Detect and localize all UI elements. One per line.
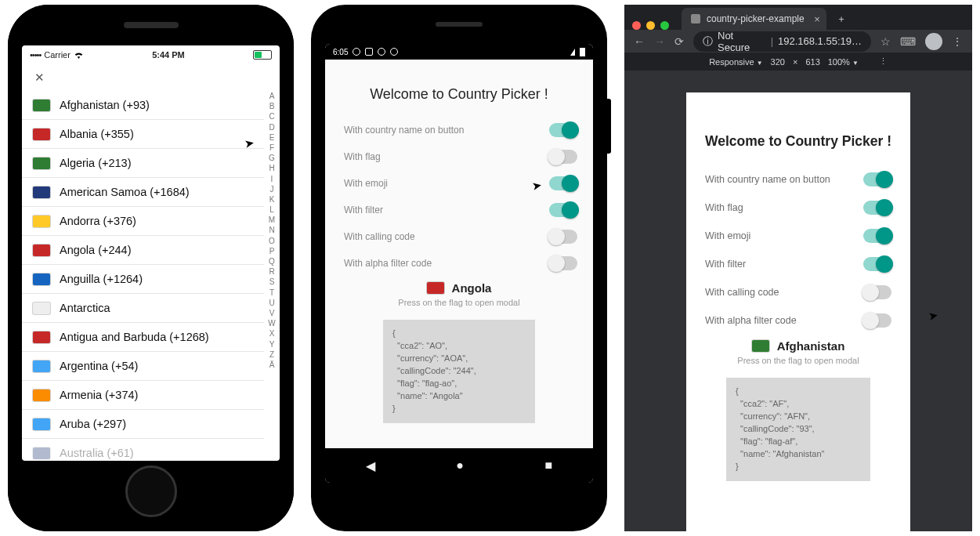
status-icon [378, 48, 385, 56]
android-device-frame: ➤ 6:05 Welcome to Country Picker ! With … [311, 5, 607, 531]
toggle-switch[interactable] [863, 172, 891, 187]
country-row[interactable]: Anguilla (+1264) [22, 265, 264, 294]
alpha-letter[interactable]: Q [269, 258, 275, 266]
alpha-letter[interactable]: P [269, 248, 275, 255]
alpha-letter[interactable]: I [271, 176, 273, 183]
country-row[interactable]: Antigua and Barbuda (+1268) [22, 323, 264, 352]
signal-icon [570, 49, 575, 56]
alpha-letter[interactable]: M [269, 216, 275, 224]
country-picker-button[interactable]: Angola [427, 281, 492, 295]
address-bar[interactable]: ⓘ Not Secure | 192.168.1.55:19… [693, 31, 871, 52]
reload-icon[interactable]: ⟳ [674, 35, 684, 48]
toggle-switch[interactable] [863, 229, 891, 243]
option-label: With flag [344, 151, 381, 162]
close-tab-icon[interactable]: × [814, 13, 820, 25]
new-tab-button[interactable]: ＋ [831, 8, 852, 30]
alpha-scroll-index[interactable]: ABCDEFGHIJKLMNOPQRSTUVWXYZÄ [264, 91, 280, 461]
alpha-letter[interactable]: F [269, 144, 274, 152]
alpha-letter[interactable]: X [269, 330, 275, 338]
alpha-letter[interactable]: V [269, 310, 275, 317]
alpha-letter[interactable]: G [269, 154, 275, 162]
alpha-letter[interactable]: Ä [269, 361, 275, 369]
alpha-letter[interactable]: J [270, 186, 274, 194]
option-row: With calling code [342, 223, 579, 250]
toggle-switch[interactable] [549, 123, 577, 137]
alpha-letter[interactable]: Z [269, 351, 274, 359]
country-row[interactable]: Aruba (+297) [22, 410, 264, 439]
toggle-switch[interactable] [549, 176, 577, 190]
toggle-switch[interactable] [549, 230, 577, 244]
clock-label: 5:44 PM [152, 50, 185, 60]
alpha-letter[interactable]: K [269, 196, 275, 204]
toggle-switch[interactable] [863, 257, 891, 271]
status-icon [353, 48, 360, 56]
android-screen: 6:05 Welcome to Country Picker ! With co… [325, 44, 593, 483]
zoom-select[interactable]: 100% ▼ [828, 57, 859, 67]
device-mode-select[interactable]: Responsive ▼ [709, 57, 762, 67]
country-row[interactable]: Australia (+61) [22, 439, 264, 461]
country-row[interactable]: Afghanistan (+93) [22, 91, 264, 120]
info-icon: ⓘ [703, 34, 713, 49]
window-controls[interactable] [632, 21, 669, 30]
option-label: With alpha filter code [705, 315, 797, 326]
profile-avatar[interactable] [925, 33, 942, 50]
alpha-letter[interactable]: E [269, 134, 275, 142]
alpha-letter[interactable]: N [269, 226, 274, 234]
home-button[interactable]: ● [456, 458, 464, 473]
toggle-switch[interactable] [863, 313, 891, 328]
overflow-menu-icon[interactable]: ⋮ [952, 35, 963, 48]
country-row[interactable]: Albania (+355) [22, 120, 264, 149]
devtools-device-toolbar[interactable]: Responsive ▼ 320 × 613 100% ▼ ⋮ [624, 53, 972, 71]
toggle-switch[interactable] [549, 256, 577, 270]
country-list[interactable]: Afghanistan (+93)Albania (+355)Algeria (… [22, 91, 264, 461]
window-minimize-icon[interactable] [646, 21, 655, 30]
devtools-more-icon[interactable]: ⋮ [879, 56, 888, 67]
window-maximize-icon[interactable] [660, 21, 669, 30]
country-row[interactable]: Armenia (+374) [22, 381, 264, 410]
country-row[interactable]: Algeria (+213) [22, 149, 264, 178]
toggle-switch[interactable] [863, 201, 891, 215]
viewport-width[interactable]: 320 [771, 57, 785, 67]
flag-icon [33, 273, 50, 285]
alpha-letter[interactable]: H [269, 165, 274, 172]
country-row[interactable]: Argentina (+54) [22, 352, 264, 381]
option-label: With country name on button [344, 125, 464, 136]
cast-icon[interactable]: ⌨ [900, 35, 916, 48]
back-button[interactable]: ◀ [366, 458, 375, 473]
alpha-letter[interactable]: Y [269, 341, 275, 349]
alpha-letter[interactable]: U [269, 299, 274, 307]
bookmark-icon[interactable]: ☆ [881, 35, 891, 48]
browser-tab[interactable]: country-picker-example × [682, 8, 826, 30]
alpha-letter[interactable]: C [269, 113, 274, 121]
alpha-letter[interactable]: R [269, 268, 274, 276]
option-label: With calling code [344, 231, 415, 242]
toggle-switch[interactable] [863, 285, 891, 299]
status-icon [365, 48, 373, 56]
json-output: { "cca2": "AO", "currency": "AOA", "call… [383, 320, 535, 423]
toggle-switch[interactable] [549, 150, 577, 164]
toggle-switch[interactable] [549, 203, 577, 217]
country-label: Argentina (+54) [60, 360, 138, 372]
alpha-letter[interactable]: O [269, 237, 275, 245]
alpha-letter[interactable]: B [269, 103, 275, 110]
ios-home-button[interactable] [125, 465, 177, 517]
alpha-letter[interactable]: A [269, 92, 275, 100]
country-row[interactable]: American Samoa (+1684) [22, 178, 264, 207]
country-row[interactable]: Antarctica [22, 294, 264, 323]
clock-label: 6:05 [333, 48, 348, 56]
country-row[interactable]: Angola (+244) [22, 236, 264, 265]
alpha-letter[interactable]: D [269, 124, 274, 132]
alpha-letter[interactable]: W [268, 320, 275, 328]
options-list: With country name on buttonWith flagWith… [705, 165, 891, 335]
alpha-letter[interactable]: S [269, 278, 275, 286]
close-button[interactable]: ✕ [22, 64, 280, 91]
country-picker-button[interactable]: Afghanistan [752, 339, 845, 353]
viewport-height[interactable]: 613 [805, 57, 819, 67]
country-row[interactable]: Andorra (+376) [22, 207, 264, 236]
nav-back-icon[interactable]: ← [634, 35, 645, 48]
recent-apps-button[interactable]: ■ [545, 458, 553, 473]
option-row: With alpha filter code [342, 250, 579, 277]
alpha-letter[interactable]: L [269, 206, 274, 214]
alpha-letter[interactable]: T [269, 289, 274, 297]
window-close-icon[interactable] [632, 21, 641, 30]
